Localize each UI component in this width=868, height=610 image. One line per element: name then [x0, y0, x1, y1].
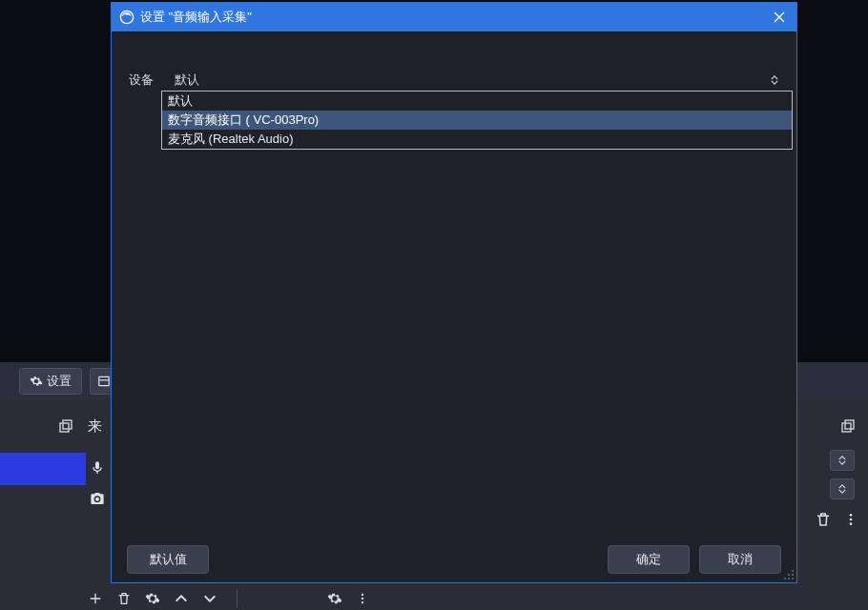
chevron-down-icon — [838, 460, 846, 465]
svg-point-10 — [362, 598, 363, 600]
close-button[interactable] — [766, 6, 793, 29]
svg-point-8 — [850, 522, 853, 525]
svg-rect-5 — [845, 420, 854, 429]
device-combobox[interactable]: 默认 — [167, 70, 785, 91]
right-controls-strip — [801, 400, 868, 587]
chevron-down-icon[interactable] — [202, 595, 217, 602]
svg-point-7 — [850, 518, 853, 521]
svg-point-16 — [792, 578, 794, 580]
scene-row-selected[interactable] — [0, 453, 86, 485]
detach-panel-icon[interactable] — [57, 417, 74, 435]
chevron-up-icon[interactable] — [174, 595, 189, 602]
separator — [237, 590, 238, 607]
settings-button[interactable]: 设置 — [19, 368, 82, 395]
obs-icon — [119, 10, 134, 25]
settings-button-label: 设置 — [47, 373, 72, 390]
svg-point-6 — [850, 514, 853, 517]
trash-icon[interactable] — [815, 511, 832, 528]
defaults-button-label: 默认值 — [150, 551, 187, 568]
svg-point-18 — [784, 578, 786, 580]
cancel-button-label: 取消 — [728, 551, 753, 568]
chevron-down-icon — [838, 489, 846, 494]
dialog-titlebar[interactable]: 设置 "音频输入采集" — [112, 3, 796, 31]
svg-point-9 — [362, 594, 363, 596]
ok-button-label: 确定 — [636, 551, 661, 568]
more-vertical-icon[interactable] — [356, 590, 369, 607]
gear-icon — [30, 375, 43, 388]
svg-point-15 — [788, 574, 790, 576]
svg-point-14 — [792, 574, 794, 576]
dock-panel-icon — [97, 375, 111, 388]
microphone-icon — [90, 460, 105, 476]
svg-rect-3 — [63, 420, 72, 429]
cancel-button[interactable]: 取消 — [699, 545, 781, 574]
gear-icon[interactable] — [145, 591, 160, 606]
dialog-title: 设置 "音频输入采集" — [140, 9, 252, 26]
close-icon — [774, 11, 785, 23]
trash-icon[interactable] — [116, 591, 132, 606]
camera-icon — [90, 491, 105, 506]
device-dropdown-list: 默认 数字音频接口 ( VC-003Pro) 麦克风 (Realtek Audi… — [161, 91, 793, 150]
defaults-button[interactable]: 默认值 — [127, 545, 209, 574]
svg-rect-2 — [60, 423, 69, 432]
numeric-stepper-1[interactable] — [830, 450, 855, 471]
device-selected-value: 默认 — [175, 71, 199, 89]
svg-point-17 — [788, 578, 790, 580]
dialog-footer: 默认值 确定 取消 — [112, 537, 796, 582]
resize-grip-icon[interactable] — [783, 569, 795, 580]
detach-panel-icon[interactable] — [839, 417, 857, 435]
properties-dialog: 设置 "音频输入采集" 设备 默认 默认 数字音频接口 ( VC-003Pro)… — [111, 2, 797, 583]
gear-icon[interactable] — [327, 591, 342, 606]
dialog-body: 设备 默认 默认 数字音频接口 ( VC-003Pro) 麦克风 (Realte… — [112, 31, 796, 537]
device-option-realtek[interactable]: 麦克风 (Realtek Audio) — [162, 130, 792, 149]
more-vertical-icon[interactable] — [843, 511, 858, 528]
scenes-panel — [0, 400, 86, 587]
svg-point-13 — [792, 570, 794, 572]
device-label: 设备 — [129, 71, 167, 89]
numeric-stepper-2[interactable] — [830, 478, 855, 499]
svg-point-11 — [362, 601, 363, 603]
ok-button[interactable]: 确定 — [608, 545, 690, 574]
bottom-toolbar — [0, 587, 868, 610]
svg-rect-0 — [99, 376, 110, 385]
device-option-vc003pro[interactable]: 数字音频接口 ( VC-003Pro) — [162, 111, 792, 130]
svg-rect-4 — [842, 423, 851, 432]
plus-icon[interactable] — [88, 591, 103, 606]
device-option-default[interactable]: 默认 — [162, 92, 792, 111]
combobox-spinner-icon — [770, 75, 779, 85]
